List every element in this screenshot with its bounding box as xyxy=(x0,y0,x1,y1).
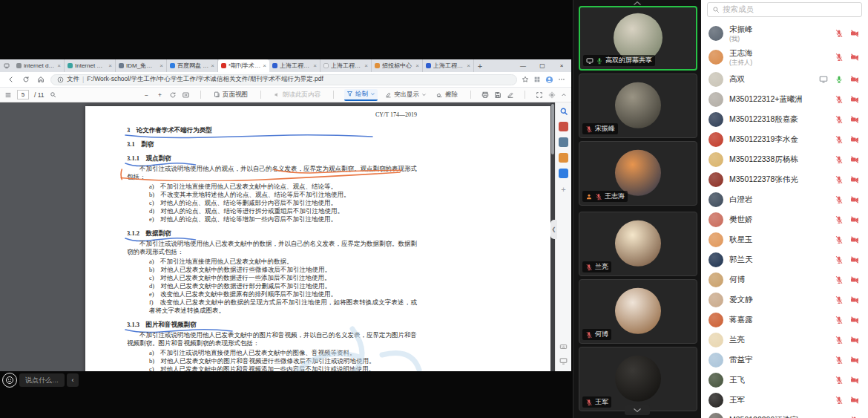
participant-row[interactable]: 郭兰天 xyxy=(701,249,868,270)
chat-input[interactable]: 说点什么… xyxy=(19,373,65,387)
rotate-icon[interactable] xyxy=(169,91,177,99)
mic-muted-icon xyxy=(835,376,844,385)
browser-tab[interactable]: *期刊学术不端…× xyxy=(218,59,269,72)
page-number-input[interactable]: 5 xyxy=(17,90,29,99)
tab-search-icon[interactable] xyxy=(0,59,13,72)
participant-row[interactable]: M350122319李水金 xyxy=(701,129,868,149)
close-button[interactable]: × xyxy=(552,59,571,72)
pdf-document-area[interactable]: CY/T 174—2019 3 论文作者学术不端行为类型3.1 剽窃3.1.1 … xyxy=(0,102,550,371)
save-icon[interactable] xyxy=(494,91,502,99)
shared-screen-region: internet down…×Internet Dow…×IDM_免费版…×百度… xyxy=(0,0,573,418)
tab-close-icon[interactable]: × xyxy=(415,63,419,69)
participant-row[interactable]: 爱文静 xyxy=(701,290,868,310)
participant-row[interactable]: M350122318殷嘉豪 xyxy=(701,109,868,129)
participant-row[interactable]: 何博 xyxy=(701,270,868,290)
read-aloud-button[interactable]: 朗读此页内容 xyxy=(272,90,323,100)
info-icon[interactable] xyxy=(57,76,64,83)
address-bar[interactable]: 文件 | F:/Work-school/学生工作/中心学生工作/学术诚信相关文件… xyxy=(50,74,517,85)
zoom-in-button[interactable]: + xyxy=(156,91,164,99)
scrollbar-thumb[interactable] xyxy=(551,104,554,154)
home-icon[interactable] xyxy=(36,74,46,85)
tab-close-icon[interactable]: × xyxy=(364,63,368,69)
video-tile[interactable]: 王志海 xyxy=(579,141,697,206)
video-tile[interactable]: 高双的屏幕共享 xyxy=(579,6,697,71)
maximize-button[interactable]: ▢ xyxy=(533,59,552,72)
sidebar-add-icon[interactable]: + xyxy=(559,184,568,194)
minimize-button[interactable]: — xyxy=(513,59,533,72)
participant-row[interactable]: M350122378张伟光 xyxy=(701,169,868,189)
tab-close-icon[interactable]: × xyxy=(160,63,163,69)
tiles-scroll-down-icon[interactable] xyxy=(625,405,650,415)
pdf-settings-gear-icon[interactable] xyxy=(548,91,556,99)
favorite-star-icon[interactable] xyxy=(522,76,529,83)
draw-dropdown-icon[interactable] xyxy=(370,91,375,97)
sidebar-site-icon-4[interactable] xyxy=(559,169,568,178)
tab-close-icon[interactable]: × xyxy=(57,63,61,69)
browser-tab[interactable]: 上海工程技术× xyxy=(423,59,474,72)
participant-row[interactable]: 樊世娇 xyxy=(701,209,868,229)
browser-tab[interactable]: 百度网盘 官…× xyxy=(167,59,218,72)
tab-close-icon[interactable]: × xyxy=(263,63,266,69)
video-tile[interactable]: 兰亮 xyxy=(579,212,697,276)
participant-row[interactable]: M350122209汪浩宇 xyxy=(701,410,868,418)
sidebar-collapse-handle[interactable]: ❮ xyxy=(550,220,557,239)
participant-row[interactable]: 王飞 xyxy=(701,370,868,390)
refresh-icon[interactable] xyxy=(21,74,31,85)
participant-row[interactable]: M350122338厉杨栋 xyxy=(701,149,868,169)
participant-row[interactable]: 雷益宇 xyxy=(701,350,868,370)
more-menu-icon[interactable] xyxy=(558,76,565,83)
tab-close-icon[interactable]: × xyxy=(108,63,112,69)
browser-tab[interactable]: internet down…× xyxy=(13,59,65,72)
zoom-out-button[interactable]: − xyxy=(142,91,151,99)
toolbar-collapse-icon[interactable] xyxy=(561,92,567,98)
fullscreen-icon[interactable] xyxy=(536,91,543,99)
profile-avatar[interactable] xyxy=(545,76,553,84)
video-tile[interactable]: 王军 xyxy=(579,347,697,411)
browser-tab[interactable]: IDM_免费版…× xyxy=(116,59,167,72)
browser-tab[interactable]: 招投标中心× xyxy=(372,59,423,72)
chat-collapse-icon[interactable]: ‹ xyxy=(67,373,79,387)
fit-to-width-icon[interactable] xyxy=(182,91,190,99)
keyboard-icon[interactable] xyxy=(559,343,568,350)
tiles-scroll-up-icon[interactable] xyxy=(628,0,647,6)
participant-row[interactable]: 耿星玉 xyxy=(701,229,868,249)
highlight-dropdown-icon[interactable] xyxy=(421,92,427,97)
tab-close-icon[interactable]: × xyxy=(313,63,317,69)
sidebar-site-icon-2[interactable] xyxy=(559,137,568,147)
highlight-button[interactable]: 突出显示 xyxy=(383,90,429,100)
save-as-icon[interactable] xyxy=(507,91,514,99)
draw-button[interactable]: 绘制 xyxy=(344,89,378,101)
participant-row[interactable]: 王志海(主持人) xyxy=(701,45,868,69)
participant-row[interactable]: 兰亮 xyxy=(701,330,868,350)
participant-row[interactable]: 蒋嘉露 xyxy=(701,310,868,330)
participant-row[interactable]: 白澄岩 xyxy=(701,189,868,209)
new-tab-button[interactable]: + xyxy=(474,59,486,72)
participant-row[interactable]: M350122312+蓝曦洲 xyxy=(701,89,868,109)
participant-row[interactable]: 王军 xyxy=(701,390,868,410)
find-in-document-icon[interactable] xyxy=(50,91,56,98)
emoji-smiley-icon[interactable] xyxy=(2,373,17,388)
sidebar-search-icon[interactable] xyxy=(559,107,568,116)
browser-tab[interactable]: 上海工程技…× xyxy=(320,59,372,72)
erase-button[interactable]: 擦除 xyxy=(434,90,460,100)
browser-tab[interactable]: 上海工程技术…× xyxy=(269,59,320,72)
participant-row[interactable]: 高双 xyxy=(701,69,868,89)
tab-close-icon[interactable]: × xyxy=(211,63,214,69)
tab-close-icon[interactable]: × xyxy=(467,63,470,69)
video-tile[interactable]: 何博 xyxy=(579,279,697,344)
print-icon[interactable] xyxy=(481,91,489,99)
doc-list-item: e) 对他人的论点、观点、结论等增加一些内容后不加引注地使用。 xyxy=(127,215,417,223)
mic-muted-icon xyxy=(835,336,844,344)
participant-row[interactable]: 宋振峰(我) xyxy=(701,22,868,45)
member-search-input[interactable]: 搜索成员 xyxy=(707,2,862,17)
back-icon[interactable] xyxy=(6,74,16,85)
thumbnails-toggle-icon[interactable] xyxy=(4,91,12,99)
sidebar-site-icon-3[interactable] xyxy=(559,153,568,163)
display-icon[interactable] xyxy=(559,357,568,365)
browser-tab[interactable]: Internet Dow…× xyxy=(65,59,116,72)
sidebar-site-icon-1[interactable] xyxy=(559,122,568,131)
page-view-button[interactable]: 页面视图 xyxy=(211,90,250,100)
doc-list-item: d) 对他人已发表文献中的数据进行部分删减后不加引注地使用。 xyxy=(127,282,417,290)
video-tile[interactable]: 宋振峰 xyxy=(579,74,697,138)
extensions-icon[interactable] xyxy=(533,76,541,83)
